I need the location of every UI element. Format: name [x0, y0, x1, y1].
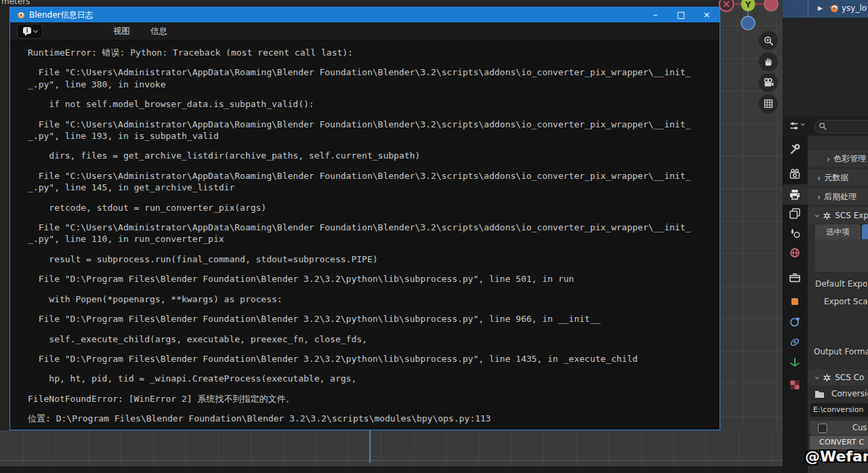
- editor-type-button[interactable]: [17, 24, 43, 39]
- tab-object-properties[interactable]: [788, 295, 802, 308]
- conversion-path-row: Conversio: [814, 389, 868, 398]
- panel-label: SCS Exp: [835, 211, 868, 220]
- log-paragraph: self._execute_child(args, executable, pr…: [28, 333, 720, 345]
- chevron-down-icon[interactable]: ›: [799, 123, 808, 126]
- dialog-title: Blender信息日志: [29, 9, 94, 21]
- tab-constraint-properties[interactable]: [788, 335, 802, 349]
- panel-label: SCS Co: [835, 373, 864, 382]
- chevron-down-icon: ›: [813, 375, 822, 379]
- panel-scs-export[interactable]: › SCS Exp: [808, 207, 868, 224]
- blend-file-icon: [828, 3, 839, 14]
- panel-post-processing[interactable]: › 后期处理: [808, 188, 868, 205]
- log-paragraph: File "C:\Users\Administrator\AppData\Roa…: [28, 170, 720, 194]
- panel-color-management[interactable]: › 色彩管理: [808, 150, 868, 167]
- conversion-path-label: Conversio: [831, 389, 868, 398]
- properties-header: ›: [783, 117, 868, 136]
- panel-metadata[interactable]: › 元数据: [808, 169, 868, 186]
- log-paragraph: result = subprocess.run(final_command, s…: [28, 253, 720, 265]
- tab-data-properties[interactable]: [788, 355, 802, 369]
- log-paragraph: File "D:\Program Files\Blender Foundatio…: [28, 353, 720, 365]
- zoom-in-icon[interactable]: [759, 31, 778, 50]
- log-paragraph: hp, ht, pid, tid = _winapi.CreateProcess…: [28, 373, 720, 384]
- toggle-grid-icon[interactable]: [759, 94, 778, 113]
- blender-app: meters Y: [0, 0, 868, 473]
- outliner-selected-row[interactable]: ▶ ysy_lo: [783, 0, 868, 18]
- dialog-titlebar[interactable]: Blender信息日志 – □ ×: [10, 7, 720, 22]
- log-paragraph: File "C:\Users\Administrator\AppData\Roa…: [28, 119, 720, 142]
- blender-logo-icon: [16, 10, 25, 20]
- tab-texture-properties[interactable]: [788, 378, 802, 392]
- folder-icon: [814, 390, 825, 398]
- axis-x-icon: [720, 0, 734, 12]
- scs-addon-icon: [823, 211, 831, 220]
- log-paragraph: File "C:\Users\Administrator\AppData\Roa…: [28, 222, 720, 245]
- axis-y-icon: Y: [741, 0, 756, 12]
- properties-tab-bar: [783, 136, 808, 473]
- camera-view-icon[interactable]: [759, 73, 778, 92]
- viewport-grid-bottom: [0, 430, 783, 466]
- menu-view[interactable]: 视图: [105, 26, 138, 37]
- chevron-right-icon: ›: [827, 155, 830, 163]
- panel-label: 后期处理: [824, 191, 856, 203]
- chevron-down-icon: ›: [813, 213, 822, 217]
- tab-scene-properties[interactable]: [788, 226, 802, 240]
- close-button[interactable]: ×: [694, 7, 720, 22]
- conversion-path-field[interactable]: E:\conversion: [810, 403, 868, 417]
- chevron-right-icon: ›: [817, 192, 821, 201]
- tab-view-layer-properties[interactable]: [788, 207, 802, 220]
- watermark-text: @Wefans: [805, 448, 868, 465]
- viewport-major-gridline: [0, 460, 783, 461]
- viewport-grid-right: [720, 0, 783, 466]
- outliner-item-label[interactable]: ysy_lo: [842, 3, 867, 13]
- log-paragraph: FileNotFoundError: [WinError 2] 系统找不到指定的…: [28, 393, 720, 405]
- scs-addon-icon: [823, 373, 831, 382]
- maximize-button[interactable]: □: [668, 7, 694, 22]
- log-paragraph: RuntimeError: 错误: Python: Traceback (mos…: [28, 47, 720, 58]
- export-scale-label: Export Scale: [824, 297, 868, 306]
- axis-z-icon: [741, 16, 755, 30]
- tab-output-properties[interactable]: [788, 188, 802, 201]
- output-format-label: Output Forma: [814, 347, 868, 356]
- log-paragraph: if not self.model_browser_data.is_subpat…: [28, 98, 720, 110]
- custom-option-row[interactable]: Cus: [810, 421, 868, 435]
- panel-scs-conversion[interactable]: › SCS Co: [808, 369, 868, 386]
- axis-y-label: Y: [745, 0, 751, 9]
- expand-arrow-icon[interactable]: ▶: [818, 5, 823, 12]
- pan-hand-icon[interactable]: [759, 52, 778, 71]
- outliner-separator: [808, 0, 808, 18]
- info-log-dialog: Blender信息日志 – □ × 视图 信息 Ru: [9, 7, 720, 430]
- viewport-axis-gizmo[interactable]: Y: [716, 0, 783, 33]
- tab-next-segment[interactable]: [862, 224, 868, 239]
- tab-physics-properties[interactable]: [788, 315, 802, 329]
- menu-info[interactable]: 信息: [142, 26, 175, 37]
- checkbox-icon[interactable]: [818, 424, 827, 433]
- search-icon: [819, 122, 827, 131]
- dialog-menubar: 视图 信息: [10, 22, 720, 41]
- background-panel-text: meters: [1, 0, 30, 6]
- panel-label: 色彩管理: [833, 153, 866, 165]
- tab-render-properties[interactable]: [788, 167, 802, 181]
- default-export-label: Default Expo..: [815, 279, 868, 289]
- log-paragraph: with Popen(*popenargs, **kwargs) as proc…: [28, 293, 720, 305]
- log-paragraph: File "D:\Program Files\Blender Foundatio…: [28, 273, 720, 285]
- search-input[interactable]: [814, 120, 868, 133]
- export-list-box[interactable]: [815, 239, 868, 272]
- tab-tool-properties[interactable]: [788, 142, 802, 156]
- tab-collection-properties[interactable]: [788, 271, 802, 285]
- log-content: RuntimeError: 错误: Python: Traceback (mos…: [10, 41, 720, 430]
- panel-label: 元数据: [824, 172, 848, 184]
- tab-selected-items[interactable]: 选中项: [815, 224, 861, 239]
- axis-x-neg-icon: [764, 0, 778, 11]
- convert-current-button[interactable]: CONVERT C: [810, 436, 868, 449]
- minimize-button[interactable]: –: [642, 7, 668, 22]
- chevron-down-icon: [33, 30, 38, 33]
- log-paragraph: 位置: D:\Program Files\Blender Foundation\…: [28, 413, 720, 424]
- status-bar: [0, 466, 783, 473]
- log-paragraph: File "D:\Program Files\Blender Foundatio…: [28, 313, 720, 325]
- log-paragraph: dirs, files = get_archive_listdir(archiv…: [28, 150, 720, 161]
- properties-panel: › 色彩管理 › 元数据 › 后期处理 › SCS Exp 选中项 Defaul…: [808, 136, 868, 473]
- custom-option-label: Cus: [852, 423, 867, 432]
- log-paragraph: retcode, stdout = run_converter_pix(args…: [28, 202, 720, 213]
- tab-world-properties[interactable]: [788, 246, 802, 260]
- log-paragraph: File "C:\Users\Administrator\AppData\Roa…: [28, 66, 720, 90]
